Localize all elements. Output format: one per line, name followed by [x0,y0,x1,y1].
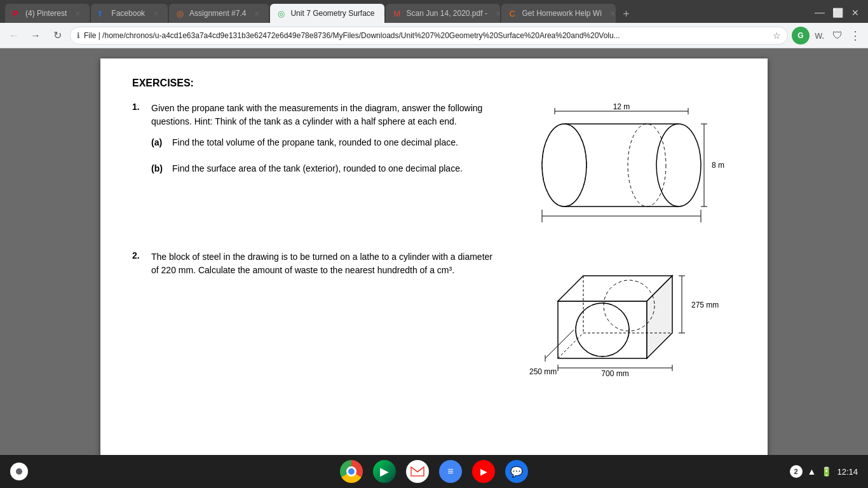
svg-text:250 mm: 250 mm [529,367,557,376]
close-button[interactable]: ✕ [848,5,863,20]
exercise-1-section: 1. Given the propane tank with the measu… [132,102,736,231]
exercise-2-section: 2. The block of steel in the drawing is … [132,250,736,393]
pdf-page: EXERCISES: 1. Given the propane tank wit… [100,58,768,455]
bookmark-icon[interactable]: ☆ [773,30,781,41]
exercise-1-part-b: (b) Find the surface area of the tank (e… [151,162,501,175]
new-tab-button[interactable]: + [617,5,635,23]
part-b-text: Find the surface area of the tank (exter… [172,162,463,175]
part-a-text: Find the total volume of the propane tan… [172,136,458,149]
taskbar-youtube-icon[interactable]: ▶ [472,460,495,483]
taskbar-gmail-icon[interactable] [406,460,429,483]
tab-unit7[interactable]: ◎ Unit 7 Geometry Surface ✕ [270,4,384,23]
back-button[interactable]: ← [5,27,23,44]
maximize-button[interactable]: ⬜ [830,5,845,20]
svg-text:700 mm: 700 mm [601,369,628,378]
facebook-icon: f [98,9,107,18]
nav-right-area: G w. 🛡 ⋮ [792,27,863,44]
tab-close-unit7[interactable]: ✕ [381,9,385,18]
taskbar-right: 2 ▲ 🔋 12:14 [790,465,858,478]
tab-bar: P (4) Pinterest ✕ f Facebook ✕ ◎ Assignm… [0,0,868,23]
exercise-1-text: 1. Given the propane tank with the measu… [132,102,501,231]
minimize-button[interactable]: — [812,5,827,20]
notification-badge: 2 [790,465,803,478]
taskbar-docs-icon[interactable]: ≡ [439,460,462,483]
clock: 12:14 [837,467,858,477]
browser-window: P (4) Pinterest ✕ f Facebook ✕ ◎ Assignm… [0,0,868,488]
tab-pinterest[interactable]: P (4) Pinterest ✕ [5,4,90,23]
shield-icon[interactable]: 🛡 [830,28,845,43]
taskbar-chat-icon[interactable]: 💬 [505,460,528,483]
tab-pinterest-label: (4) Pinterest [25,9,67,18]
tab-close-assignment[interactable]: ✕ [252,9,261,18]
exercise-1-number: 1. [132,102,151,175]
svg-point-6 [656,124,701,207]
tab-facebook-label: Facebook [111,9,145,18]
launcher-button[interactable] [10,463,28,480]
menu-button[interactable]: ⋮ [848,28,863,43]
exercise-2-text: 2. The block of steel in the drawing is … [132,250,501,393]
extensions-icon[interactable]: w. [812,28,827,43]
tab-homework[interactable]: C Get Homework Help Wi ✕ [501,4,616,23]
profile-icon[interactable]: G [792,27,810,44]
wifi-icon[interactable]: ▲ [808,466,817,477]
exercises-title: EXERCISES: [132,78,736,89]
block-svg: 275 mm 700 mm 250 mm [520,250,736,390]
taskbar: ▶ ≡ ▶ 💬 2 ▲ 🔋 12:14 [0,455,868,488]
unit7-icon: ◎ [278,9,287,18]
tab-homework-label: Get Homework Help Wi [522,9,601,18]
exercise-2-number: 2. [132,250,151,277]
scan-icon: M [393,9,402,18]
lock-icon: ℹ [77,31,80,40]
exercise-2-body: The block of steel in the drawing is to … [151,250,501,277]
exercise-1-diagram: 12 m [520,102,736,231]
tab-assignment[interactable]: ◎ Assignment #7.4 ✕ [169,4,269,23]
reload-button[interactable]: ↻ [48,27,66,44]
assignment-icon: ◎ [177,9,186,18]
taskbar-left [10,463,28,480]
exercise-2-diagram: 275 mm 700 mm 250 mm [520,250,736,393]
tab-close-scan[interactable]: ✕ [494,9,501,18]
homework-icon: C [509,9,518,18]
svg-text:12 m: 12 m [613,102,630,111]
nav-bar: ← → ↻ ℹ File | /home/chronos/u-a4cd1e63a… [0,23,868,48]
exercise-1-body: Given the propane tank with the measurem… [151,102,501,175]
svg-text:275 mm: 275 mm [691,301,719,309]
exercise-1-item: 1. Given the propane tank with the measu… [132,102,501,175]
tab-assignment-label: Assignment #7.4 [189,9,246,18]
tab-facebook[interactable]: f Facebook ✕ [91,4,168,23]
pinterest-icon: P [13,9,22,18]
part-a-label: (a) [151,136,167,149]
tab-unit7-label: Unit 7 Geometry Surface [290,9,374,18]
page-content: EXERCISES: 1. Given the propane tank wit… [0,48,868,455]
exercise-1-part-a: (a) Find the total volume of the propane… [151,136,501,149]
svg-text:8 m: 8 m [712,161,724,170]
forward-button[interactable]: → [27,27,44,44]
part-b-label: (b) [151,162,167,175]
svg-marker-18 [558,301,647,358]
taskbar-chrome-icon[interactable] [340,460,363,483]
address-bar[interactable]: ℹ File | /home/chronos/u-a4cd1e63a7a4cd9… [70,27,788,44]
exercise-2-item: 2. The block of steel in the drawing is … [132,250,501,277]
propane-tank-svg: 12 m [520,102,723,229]
tab-close-pinterest[interactable]: ✕ [73,9,82,18]
taskbar-play-icon[interactable]: ▶ [373,460,396,483]
tab-close-homework[interactable]: ✕ [608,9,616,18]
tab-close-facebook[interactable]: ✕ [151,9,160,18]
tab-scan[interactable]: M Scan Jun 14, 2020.pdf - ✕ [386,4,500,23]
exercise-1-description: Given the propane tank with the measurem… [151,102,501,128]
exercise-2-description: The block of steel in the drawing is to … [151,250,501,277]
tab-scan-label: Scan Jun 14, 2020.pdf - [406,9,487,18]
battery-icon[interactable]: 🔋 [821,466,832,477]
address-text: File | /home/chronos/u-a4cd1e63a7a4cd9e1… [84,31,769,40]
